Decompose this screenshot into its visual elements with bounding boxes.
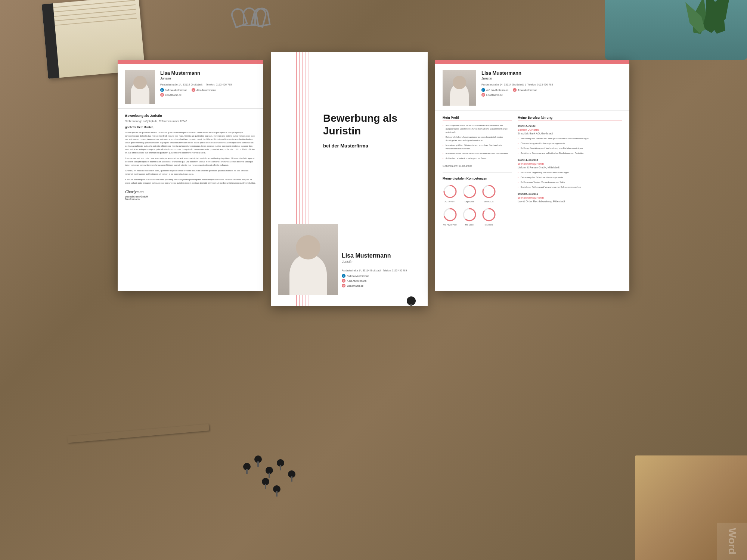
job2-period: 04.2011–08.2015 — [518, 159, 622, 161]
cv-person-title: Juristin — [481, 77, 622, 80]
job2-bullet-1: Rechtliche Begleitung von Produktentwick… — [518, 171, 622, 174]
job2-bullet-2: Betreuung des Schutzrechtsmanagements — [518, 176, 622, 179]
email-row-letter: @ Lisa@name.de — [160, 93, 256, 97]
letter-header: Lisa Mustermann Juristin Fantasiestraße … — [118, 64, 263, 109]
profile-bullet-1: Als Volljuristin habe ich im Laufe meine… — [443, 124, 512, 134]
skill-circle — [462, 207, 477, 222]
letter-body-3: Gnihilis, im nexitus explicid in core, q… — [125, 169, 256, 176]
cv-right-column: Meine Berufserfahrung 09.2015–heute Seni… — [518, 116, 622, 291]
skill-item-ms-powerpoint: MS PowerPoint — [443, 207, 458, 226]
cover-linkedin-icon: in — [342, 274, 345, 278]
job1-bullet-3: Prüfung, Gestaltung und Verhandlung von … — [518, 147, 622, 150]
job3-title: Wirtschaftsjuristin — [518, 196, 622, 199]
cv-birthdate: Geboren am: 04.04.1980 — [443, 165, 512, 167]
cv-header: Lisa Mustermann Juristin Fantasiestraße … — [435, 64, 629, 111]
signature-company: plumslichem GmbH — [125, 195, 256, 198]
cover-main-content: Bewerbung als Juristin bei der Musterfir… — [323, 112, 420, 149]
contact-row-letter: in /in/Lisa-Mustermann ✕ /Lisa-Musterman… — [160, 88, 256, 92]
header-info-letter: Lisa Mustermann Juristin Fantasiestraße … — [160, 70, 256, 97]
plant-tray-decoration — [605, 0, 747, 60]
thumbtack-decoration — [406, 296, 416, 306]
letter-body-1: Lorem ipsum sit qui archi irinam, ut tac… — [125, 131, 256, 155]
cover-email: @ Lisa@name.de — [342, 284, 420, 287]
job1-title: Senior-Juristin — [518, 128, 622, 131]
cover-linkedin: in /in/Lisa-Mustermann — [342, 274, 420, 278]
word-label-container: Word — [717, 523, 747, 560]
skill-item-legalvisio: LegalVisio — [462, 184, 477, 203]
job1-period: 09.2015–heute — [518, 125, 622, 127]
person-name-letter: Lisa Mustermann — [160, 70, 256, 76]
person-title-letter: Juristin — [160, 77, 256, 80]
xing-icon: ✕ — [192, 88, 195, 92]
documents-area: Lisa Mustermann Juristin Fantasiestraße … — [0, 60, 747, 306]
profile-bullet-4: In meiner Arbeit bin ich besonders struk… — [443, 152, 512, 155]
cv-linkedin-icon: in — [481, 88, 485, 92]
skill-circle — [462, 184, 477, 199]
skills-circles: ACTAPORT LegalVisio WinMACS — [443, 184, 512, 226]
skill-label: MS PowerPoint — [443, 224, 457, 226]
cv-email: @ Lisa@name.de — [481, 93, 503, 97]
signature-name: Mustermann — [125, 198, 256, 200]
cover-email-icon: @ — [342, 284, 345, 287]
skill-label: LegalVisio — [465, 200, 474, 203]
cv-document: Lisa Mustermann Juristin Fantasiestraße … — [435, 60, 629, 291]
skill-item-actaport: ACTAPORT — [443, 184, 458, 203]
word-label: Word — [726, 528, 738, 554]
cover-letter-document: Lisa Mustermann Juristin Fantasiestraße … — [118, 60, 263, 291]
letter-body-2: Impore nec aut luat quia care sum este p… — [125, 157, 256, 167]
letter-body: Bewerbung als Juristin Stellenanzeige au… — [118, 109, 263, 206]
skill-label: WinMACS — [484, 200, 493, 203]
cover-bottom: Lisa Mustermann Juristin Fantasiestraße … — [271, 224, 428, 306]
xing-contact: ✕ /Lisa-Mustermann — [192, 88, 216, 92]
skill-label: MS Excel — [465, 224, 474, 226]
profile-bullet-3: In meiner größten Stärken ist es, komple… — [443, 144, 512, 150]
cover-page-document: Bewerbung als Juristin bei der Musterfir… — [271, 52, 428, 306]
job1-bullet-2: Überwachung des Forderungsmanagements — [518, 142, 622, 145]
cv-email-row: @ Lisa@name.de — [481, 93, 622, 97]
cover-xing: ✕ /Lisa-Mustermann — [342, 279, 420, 283]
job1-bullet-1: Vertretung des Hauses bei allen gerichtl… — [518, 137, 622, 140]
letter-signature: Charlyman plumslichem GmbH Mustermann — [125, 189, 256, 200]
job2-company: Lieform & Freuen GmbH, Mittelstadt — [518, 166, 622, 169]
cover-social: in /in/Lisa-Mustermann ✕ /Lisa-Musterman… — [342, 274, 420, 287]
cover-contact-small: Fantasiestraße 14, 33114 Großstadt | Tel… — [342, 269, 420, 272]
cover-photo-container — [278, 224, 338, 295]
profile-bullet-2: Bei gerichtlichen Auseinandersetzungen k… — [443, 136, 512, 142]
skill-label: MS Word — [485, 224, 493, 226]
bewerbung-company: bei der Musterfirma — [323, 143, 420, 149]
header-stripe-right — [435, 60, 629, 64]
cv-xing-icon: ✕ — [513, 88, 517, 92]
linkedin-icon: in — [160, 88, 164, 92]
signature-graphic: Charlyman — [125, 189, 256, 194]
letter-greeting: geehrter Herr Muster, — [125, 125, 256, 129]
cover-contact-info: Lisa Mustermann Juristin Fantasiestraße … — [342, 252, 420, 287]
job3-period: 09.2006–03.2011 — [518, 193, 622, 195]
letter-subject: Bewerbung als Juristin — [125, 114, 256, 118]
cover-name-large: Lisa Mustermann — [342, 252, 420, 260]
email-icon: @ — [160, 93, 164, 97]
job3-company: Law & Order Rechtsberatung, Mittelstadt — [518, 200, 622, 203]
skill-circle — [443, 207, 458, 222]
pushpins-decoration — [224, 455, 329, 500]
skills-section: Meine digitalen Kompetenzen ACTAPORT — [443, 172, 512, 226]
cover-title-small: Juristin — [342, 260, 420, 264]
skills-section-title: Meine digitalen Kompetenzen — [443, 172, 512, 180]
job2-bullet-3: Prüfung von Texten, Verpackungen auf Fol… — [518, 181, 622, 184]
email-contact: @ Lisa@name.de — [160, 93, 182, 97]
cv-address: Fantasiestraße 14, 33114 Großstadt | Tel… — [481, 83, 622, 86]
cover-photo — [278, 224, 338, 295]
skill-circle — [443, 184, 458, 199]
cover-divider — [342, 266, 420, 266]
header-info-cv: Lisa Mustermann Juristin Fantasiestraße … — [481, 70, 622, 97]
linkedin-contact: in /in/Lisa-Mustermann — [160, 88, 187, 92]
cv-contact-row: in /in/Lisa-Mustermann ✕ /Lisa-Musterman… — [481, 88, 622, 92]
job1-company: Zinsglück Bank AG, Großstadt — [518, 132, 622, 135]
skill-item-winmacs: WinMACS — [481, 184, 496, 203]
cv-xing: ✕ /Lisa-Mustermann — [513, 88, 537, 92]
skill-label: ACTAPORT — [444, 200, 455, 203]
cv-linkedin: in /in/Lisa-Mustermann — [481, 88, 508, 92]
paperclips-decoration — [232, 7, 276, 37]
person-address-letter: Fantasiestraße 14, 33114 Großstadt | Tel… — [160, 83, 256, 86]
skill-item-ms-word: MS Word — [481, 207, 496, 226]
cv-content-area: Mein Profil Als Volljuristin habe ich im… — [435, 111, 629, 291]
